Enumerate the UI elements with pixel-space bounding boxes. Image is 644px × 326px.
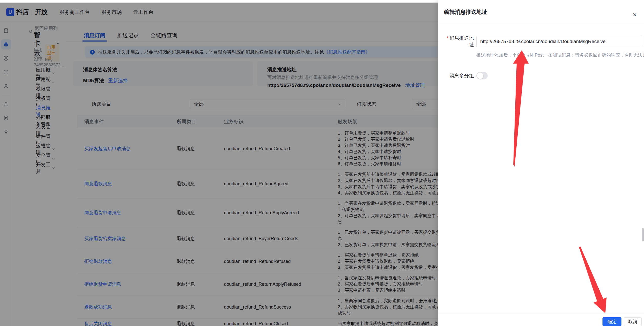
- scrollbar-thumb[interactable]: [642, 228, 644, 241]
- drawer-header: 编辑消息推送地址 ✕: [438, 0, 644, 24]
- group-label: 消息多分组: [442, 73, 474, 79]
- address-label: *消息推送地址: [442, 35, 474, 48]
- multi-group-toggle[interactable]: [476, 72, 488, 79]
- edit-push-address-drawer: 编辑消息推送地址 ✕ *消息推送地址 推送地址添加后，平台会立即Post一条测试…: [438, 0, 644, 326]
- cancel-button[interactable]: 取消: [624, 317, 642, 326]
- address-form-row: *消息推送地址: [442, 35, 642, 48]
- required-mark: *: [447, 35, 448, 41]
- drawer-footer: 确定 取消: [438, 313, 644, 326]
- modal-mask[interactable]: [0, 3, 438, 326]
- push-address-input[interactable]: [476, 36, 642, 47]
- drawer-title: 编辑消息推送地址: [444, 8, 487, 16]
- address-hint: 推送地址添加后，平台会立即Post一条测试消息；请务必返回正确的响应，否则无法开…: [476, 52, 642, 58]
- toggle-knob: [477, 73, 483, 79]
- page: 抖店 | 开放 服务商工作台 服务市场 云工作台 ↺ 返回应用列表 智卡云 ▼ …: [0, 0, 644, 326]
- drawer-body: *消息推送地址 推送地址添加后，平台会立即Post一条测试消息；请务必返回正确的…: [438, 24, 644, 79]
- close-icon[interactable]: ✕: [631, 11, 638, 18]
- confirm-button[interactable]: 确定: [602, 317, 621, 326]
- group-form-row: 消息多分组: [442, 72, 642, 79]
